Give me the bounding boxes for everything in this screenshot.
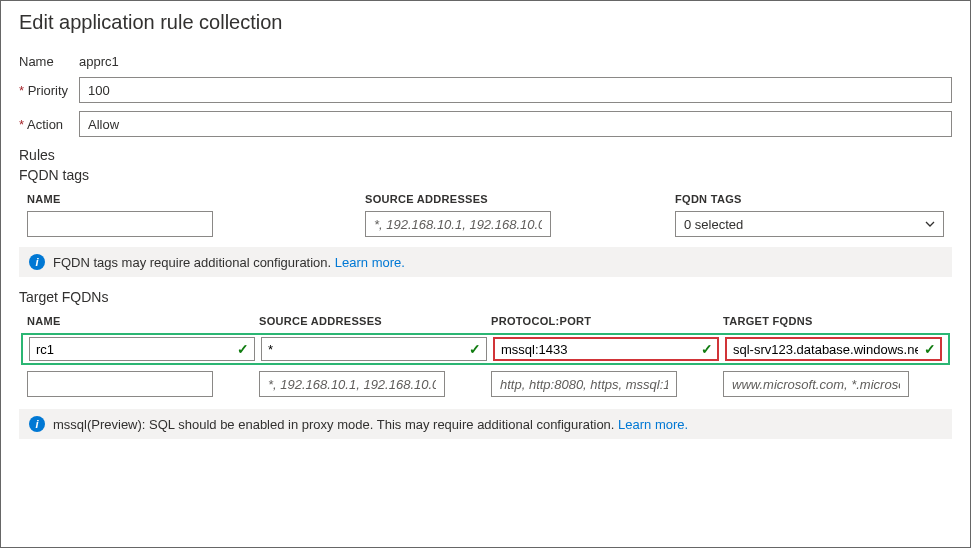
fqdn-info-bar: i FQDN tags may require additional confi… <box>19 247 952 277</box>
info-icon: i <box>29 416 45 432</box>
fqdn-source-input[interactable] <box>365 211 551 237</box>
target-source-input-empty[interactable] <box>259 371 445 397</box>
target-row-filled: ✓ ✓ ✓ <box>29 337 942 361</box>
page-title: Edit application rule collection <box>19 11 952 34</box>
target-name-input-empty[interactable] <box>27 371 213 397</box>
target-name-input[interactable] <box>29 337 255 361</box>
fqdn-col-source: SOURCE ADDRESSES <box>365 193 675 205</box>
target-target-input[interactable] <box>725 337 942 361</box>
target-row-empty <box>19 369 952 399</box>
target-filled-row-highlight: ✓ ✓ ✓ <box>21 333 950 365</box>
info-icon: i <box>29 254 45 270</box>
target-info-text: mssql(Preview): SQL should be enabled in… <box>53 417 614 432</box>
target-info-bar: i mssql(Preview): SQL should be enabled … <box>19 409 952 439</box>
fqdn-col-tags: FQDN TAGS <box>675 193 944 205</box>
fqdn-info-text: FQDN tags may require additional configu… <box>53 255 331 270</box>
target-proto-input[interactable] <box>493 337 719 361</box>
priority-input[interactable] <box>79 77 952 103</box>
target-col-proto: PROTOCOL:PORT <box>491 315 723 327</box>
fqdn-tags-heading: FQDN tags <box>19 167 952 183</box>
name-value: apprc1 <box>79 54 119 69</box>
chevron-down-icon <box>925 219 935 229</box>
fqdn-tags-dropdown[interactable]: 0 selected <box>675 211 944 237</box>
name-label: Name <box>19 54 79 69</box>
target-fqdns-heading: Target FQDNs <box>19 289 952 305</box>
target-col-target: TARGET FQDNS <box>723 315 944 327</box>
target-source-input[interactable] <box>261 337 487 361</box>
action-input[interactable] <box>79 111 952 137</box>
target-col-source: SOURCE ADDRESSES <box>259 315 491 327</box>
fqdn-tags-new-row: 0 selected <box>19 211 952 237</box>
target-target-input-empty[interactable] <box>723 371 909 397</box>
target-learn-more-link[interactable]: Learn more. <box>618 417 688 432</box>
fqdn-learn-more-link[interactable]: Learn more. <box>335 255 405 270</box>
target-proto-input-empty[interactable] <box>491 371 677 397</box>
fqdn-col-name: NAME <box>27 193 365 205</box>
action-label: Action <box>19 117 79 132</box>
fqdn-tags-selected-text: 0 selected <box>684 217 743 232</box>
fqdn-name-input[interactable] <box>27 211 213 237</box>
target-col-name: NAME <box>27 315 259 327</box>
priority-label: Priority <box>19 83 79 98</box>
rules-section-label: Rules <box>19 147 952 163</box>
